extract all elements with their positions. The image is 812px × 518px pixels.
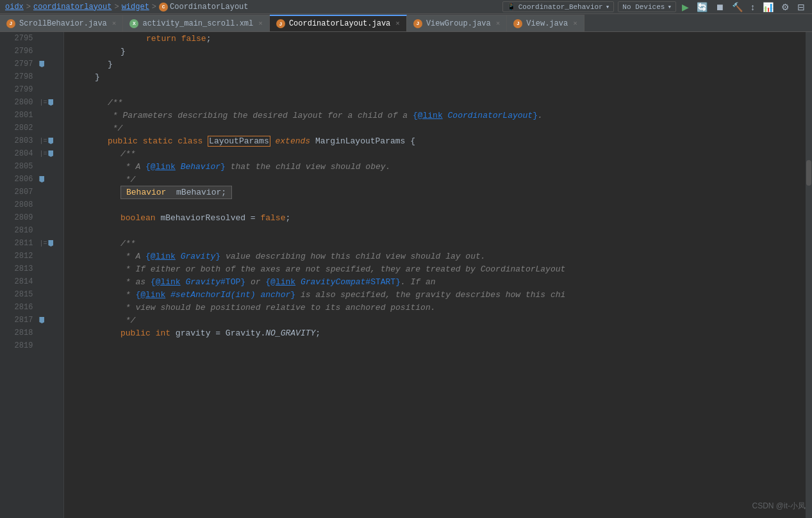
code-line-2796: } xyxy=(69,45,806,58)
tab-scrollbehavior[interactable]: J ScrollBehavior.java × xyxy=(0,15,123,31)
gutter-row-2810: 2810 xyxy=(0,224,63,237)
code-line-2805: * A { @link Behavior } that the child vi… xyxy=(69,160,806,173)
line-num-2805: 2805 xyxy=(0,162,38,171)
behavior-field-box: Behavior mBehavior; xyxy=(120,186,232,199)
line-num-2795: 2795 xyxy=(0,34,38,43)
fold-icon-2804[interactable]: |= xyxy=(39,150,47,158)
code-line-2799 xyxy=(69,83,806,96)
line-num-2817: 2817 xyxy=(0,316,38,325)
line-num-2800: 2800 xyxy=(0,98,38,107)
gutter-row-2807: 2807 xyxy=(0,186,63,198)
code-line-2810 xyxy=(69,224,806,237)
gutter-row-2795: 2795 xyxy=(0,32,63,45)
tab-close-view[interactable]: × xyxy=(573,20,577,28)
line-num-2807: 2807 xyxy=(0,188,38,197)
code-line-2808 xyxy=(69,198,806,211)
device-selector[interactable]: 📱 Coordinator_Behavior ▾ xyxy=(502,1,615,12)
phone-icon: 📱 xyxy=(507,3,516,11)
top-bar: oidx > coordinatorlayout > widget > C Co… xyxy=(0,0,812,14)
gutter-row-2801: 2801 xyxy=(0,109,63,122)
tab-label-activity: activity_main_scroll.xml xyxy=(142,19,253,28)
gutter-row-2818: 2818 xyxy=(0,327,63,339)
coordinator-behavior-label: Coordinator_Behavior xyxy=(518,3,603,11)
gutter-row-2796: 2796 xyxy=(0,45,63,58)
tab-close-coordinator[interactable]: × xyxy=(395,20,400,28)
chevron-down-icon: ▾ xyxy=(667,3,672,11)
tab-label-viewgroup: ViewGroup.java xyxy=(426,19,491,28)
code-line-2798: } xyxy=(69,70,806,83)
bookmark-icon-2817 xyxy=(39,317,44,323)
gutter-row-2802: 2802 xyxy=(0,122,63,134)
gutter-row-2814: 2814 xyxy=(0,275,63,288)
build-button[interactable]: 🔨 xyxy=(730,2,745,12)
code-line-2806: */ xyxy=(69,173,806,186)
bookmark-icon-2797 xyxy=(39,61,44,67)
tab-close-viewgroup[interactable]: × xyxy=(496,20,501,28)
line-num-2799: 2799 xyxy=(0,85,38,94)
line-num-2797: 2797 xyxy=(0,60,38,69)
fold-icon-2811[interactable]: |= xyxy=(39,240,47,247)
gutter-row-2817: 2817 xyxy=(0,314,63,327)
tab-view[interactable]: J View.java × xyxy=(507,15,584,31)
terminal-button[interactable]: ⊟ xyxy=(795,2,807,12)
line-num-2813: 2813 xyxy=(0,264,38,273)
bookmark-icon-2811 xyxy=(48,240,53,247)
code-line-2812: * A { @link Gravity } value describing h… xyxy=(69,250,806,263)
tab-close-activity[interactable]: × xyxy=(258,20,263,28)
tab-label-view: View.java xyxy=(526,19,568,28)
line-num-2811: 2811 xyxy=(0,239,38,248)
gutter-row-2812: 2812 xyxy=(0,250,63,263)
code-line-2797: } xyxy=(69,58,806,70)
line-num-2803: 2803 xyxy=(0,136,38,145)
breadcrumb-coordinatorlayout[interactable]: coordinatorlayout xyxy=(33,3,112,12)
breadcrumb-oidx[interactable]: oidx xyxy=(5,3,24,12)
fold-icon-2800[interactable]: |= xyxy=(39,99,47,106)
line-num-2796: 2796 xyxy=(0,47,38,56)
line-num-2801: 2801 xyxy=(0,111,38,120)
gutter-row-2816: 2816 xyxy=(0,301,63,314)
tab-icon-view: J xyxy=(513,19,522,28)
tab-icon-viewgroup: J xyxy=(413,19,422,28)
line-num-2809: 2809 xyxy=(0,213,38,222)
code-line-2802: */ xyxy=(69,122,806,134)
bookmark-icon-2804 xyxy=(48,150,53,157)
editor-area: 2795 2796 2797 2798 2799 2800 xyxy=(0,32,812,518)
code-editor[interactable]: return false ; } } } /** * Parameters de… xyxy=(64,32,806,518)
no-devices-label: No Devices xyxy=(622,3,665,11)
settings-button[interactable]: ⚙ xyxy=(779,2,791,12)
code-line-2807: Behavior mBehavior; xyxy=(69,186,806,198)
stop-button[interactable]: ⏹ xyxy=(713,2,726,12)
gutter-row-2803: 2803 |= xyxy=(0,134,63,147)
line-num-2802: 2802 xyxy=(0,124,38,133)
profile-button[interactable]: 📊 xyxy=(761,2,775,12)
gutter-row-2815: 2815 xyxy=(0,288,63,301)
vertical-scrollbar[interactable] xyxy=(806,32,812,518)
breadcrumb-current: C CoordinatorLayout xyxy=(159,3,248,12)
no-devices-selector[interactable]: No Devices ▾ xyxy=(618,1,676,12)
gutter-row-2798: 2798 xyxy=(0,70,63,83)
tab-label-coordinator: CoordinatorLayout.java xyxy=(289,19,390,28)
refresh-button[interactable]: 🔄 xyxy=(695,2,709,12)
code-line-2817: */ xyxy=(69,314,806,327)
tab-close-scrollbehavior[interactable]: × xyxy=(112,20,117,28)
tab-activity[interactable]: X activity_main_scroll.xml × xyxy=(123,15,269,31)
sync-button[interactable]: ↕ xyxy=(749,2,757,12)
line-num-2810: 2810 xyxy=(0,226,38,235)
gutter-row-2804: 2804 |= xyxy=(0,147,63,160)
line-num-2812: 2812 xyxy=(0,252,38,261)
breadcrumb-widget[interactable]: widget xyxy=(122,3,149,12)
scrollbar-thumb[interactable] xyxy=(806,160,811,186)
gutter-row-2811: 2811 |= xyxy=(0,237,63,250)
tab-coordinatorlayout[interactable]: J CoordinatorLayout.java × xyxy=(270,15,407,31)
tab-viewgroup[interactable]: J ViewGroup.java × xyxy=(407,15,507,31)
run-button[interactable]: ▶ xyxy=(680,2,691,12)
code-line-2809: boolean mBehaviorResolved = false ; xyxy=(69,211,806,224)
tab-icon-activity: X xyxy=(129,19,138,28)
bookmark-icon-2806 xyxy=(39,176,44,182)
line-num-2806: 2806 xyxy=(0,175,38,184)
code-line-2819 xyxy=(69,339,806,352)
code-line-2804: /** xyxy=(69,147,806,160)
code-line-2813: * If either or both of the axes are not … xyxy=(69,263,806,275)
fold-icon-2803[interactable]: |= xyxy=(39,138,47,145)
line-num-2808: 2808 xyxy=(0,200,38,209)
